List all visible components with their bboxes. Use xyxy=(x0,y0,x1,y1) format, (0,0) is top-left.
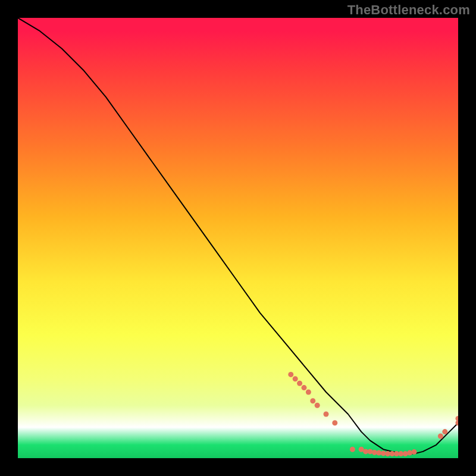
chart-frame: TheBottleneck.com xyxy=(0,0,476,476)
data-point xyxy=(293,376,298,381)
watermark-label: TheBottleneck.com xyxy=(347,2,470,18)
data-point xyxy=(442,429,447,434)
data-point xyxy=(403,451,408,456)
bottleneck-curve-line xyxy=(18,18,458,454)
data-point xyxy=(310,398,315,403)
data-point xyxy=(350,447,355,452)
chart-svg xyxy=(18,18,458,458)
data-point xyxy=(438,434,443,439)
data-point xyxy=(332,420,337,425)
data-point xyxy=(306,390,311,395)
data-point xyxy=(315,403,320,408)
data-point xyxy=(324,412,329,417)
data-point xyxy=(412,449,417,455)
data-point xyxy=(288,372,293,377)
data-point xyxy=(297,381,302,386)
data-point xyxy=(368,449,373,454)
data-points-group xyxy=(288,372,458,456)
data-point xyxy=(302,385,307,390)
data-point xyxy=(407,450,412,456)
data-point xyxy=(456,416,459,421)
